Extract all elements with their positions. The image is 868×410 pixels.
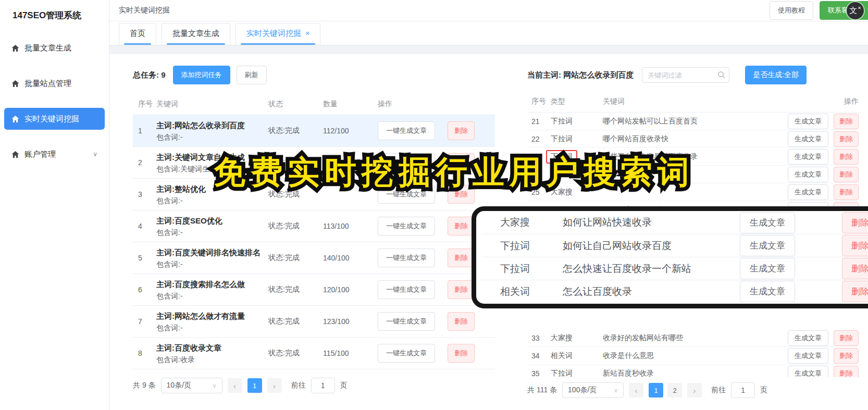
page-size-select[interactable]: 100条/页 ∨ (562, 382, 624, 398)
next-page-button[interactable]: › (687, 383, 702, 397)
keyword-type-chip: 下拉词 (546, 150, 577, 164)
add-task-button[interactable]: 添加挖词任务 (173, 66, 230, 84)
delete-button[interactable]: 删除 (834, 167, 859, 182)
task-row[interactable]: 4 主词:百度SEO优化 包含词:- 状态:完成 113/100 一键生成文章 … (133, 210, 495, 242)
generate-article-button[interactable]: 一键生成文章 (378, 344, 435, 363)
keyword-row[interactable]: 34 相关词 收录是什么意思 生成文章 删除 (527, 347, 861, 365)
keyword-type-chip: 下拉词 (551, 116, 573, 127)
task-row[interactable]: 3 主词:整站优化 包含词:- 状态:完成 一键生成文章 删除 (133, 179, 495, 210)
task-no: 2 (133, 158, 156, 167)
sidebar-item[interactable]: 实时关键词挖掘 ∨ (4, 108, 105, 130)
keyword-table-bottom: 33 大家搜 收录好的发帖网站有哪些 生成文章 删除 34 相关词 (527, 329, 861, 377)
task-row[interactable]: 5 主词:百度关键词排名快速排名 包含词:- 状态:完成 140/100 一键生… (133, 242, 495, 274)
keyword-row[interactable]: 24 下拉词 如何… 生成文章 删除 (527, 166, 861, 183)
delete-button[interactable]: 删除 (834, 131, 859, 147)
keyword-row[interactable]: 33 大家搜 收录好的发帖网站有哪些 生成文章 删除 (527, 329, 861, 347)
generate-all-button[interactable]: 是否生成:全部 (745, 66, 807, 84)
goto-page-input[interactable] (311, 378, 335, 393)
sidebar-item[interactable]: 批量站点管理 ∨ (4, 72, 105, 94)
sidebar-item[interactable]: 账户管理 ∨ (4, 143, 105, 165)
next-page-button[interactable]: › (267, 378, 282, 393)
delete-button[interactable]: 删除 (834, 149, 859, 165)
task-row[interactable]: 1 主词:网站怎么收录到百度 包含词:- 状态:完成 112/100 一键生成文… (133, 115, 495, 147)
generate-article-button[interactable]: 一键生成文章 (378, 185, 435, 204)
delete-button[interactable]: 删除 (448, 153, 475, 172)
generate-article-button[interactable]: 生成文章 (788, 167, 828, 182)
tab[interactable]: 实时关键词挖掘× (235, 23, 320, 45)
keyword-row[interactable]: 23 下拉词 哪些平台发文容易被百度收录 生成文章 删除 (527, 148, 861, 166)
translate-extension-icon[interactable]: 文✕ (847, 2, 864, 19)
keyword-filter-input[interactable] (642, 67, 729, 83)
keyword-panel-header: 当前主词: 网站怎么收录到百度 是否生成:全部 (527, 66, 861, 84)
delete-button[interactable]: 删除 (448, 280, 475, 299)
task-row[interactable]: 6 主词:百度搜索排名怎么做 包含词:- 状态:完成 120/100 一键生成文… (133, 274, 495, 306)
task-actions: 一键生成文章 删除 (378, 185, 475, 204)
generate-article-button[interactable]: 生成文章 (740, 212, 795, 233)
sidebar-item[interactable]: 批量文章生成 ∨ (4, 37, 105, 59)
tab[interactable]: 首页 (119, 23, 156, 45)
generate-article-button[interactable]: 生成文章 (740, 281, 795, 302)
delete-button[interactable]: 删除 (448, 121, 475, 140)
keyword-type: 大家搜 (551, 187, 603, 198)
task-keyword-cell: 主词:关键词文章自动生成 包含词:关键词生成 (156, 151, 268, 174)
delete-button[interactable]: 删除 (842, 258, 868, 279)
goto-page-input[interactable] (731, 382, 755, 398)
page-number-button[interactable]: 1 (649, 383, 663, 397)
task-row[interactable]: 7 主词:网站怎么做才有流量 包含词:- 状态:完成 123/100 一键生成文… (133, 306, 495, 338)
generate-article-button[interactable]: 生成文章 (788, 131, 828, 147)
delete-button[interactable]: 删除 (834, 184, 859, 200)
page-number-button[interactable]: 1 (247, 378, 262, 393)
generate-article-button[interactable]: 一键生成文章 (378, 249, 435, 267)
keyword-row[interactable]: 21 下拉词 哪个网站发帖可以上百度首页 生成文章 删除 (527, 113, 861, 130)
task-sub-word: 包含词:收录 (156, 355, 262, 365)
keyword-text: 如何让自己网站收录百度 (563, 239, 735, 253)
tab-close-icon[interactable]: × (305, 29, 309, 38)
generate-article-button[interactable]: 一键生成文章 (378, 217, 435, 235)
delete-button[interactable]: 删除 (842, 281, 868, 302)
prev-page-button[interactable]: ‹ (629, 383, 643, 397)
generate-article-button[interactable]: 生成文章 (788, 184, 828, 200)
generate-article-button[interactable]: 一键生成文章 (378, 121, 435, 140)
page-size-select[interactable]: 10条/页 ∨ (161, 378, 222, 393)
generate-article-button[interactable]: 一键生成文章 (378, 153, 435, 172)
sidebar-item-label: 实时关键词挖掘 (24, 114, 79, 124)
refresh-button[interactable]: 刷新 (237, 66, 267, 84)
delete-button[interactable]: 删除 (842, 212, 868, 233)
keyword-row[interactable]: 22 下拉词 哪个网站百度收录快 生成文章 删除 (527, 130, 861, 148)
generate-article-button[interactable]: 生成文章 (788, 114, 828, 129)
task-status: 状态:完成 (268, 221, 323, 231)
delete-button[interactable]: 删除 (834, 348, 859, 364)
delete-button[interactable]: 删除 (448, 249, 475, 267)
generate-article-button[interactable]: 生成文章 (788, 348, 828, 364)
generate-article-button[interactable]: 生成文章 (740, 235, 795, 256)
generate-article-button[interactable]: 生成文章 (740, 258, 795, 279)
page-buttons: 1 (247, 378, 262, 393)
task-row[interactable]: 8 主词:百度收录文章 包含词:收录 状态:完成 115/100 一键生成文章 … (133, 338, 495, 369)
prev-page-button[interactable]: ‹ (228, 378, 242, 393)
help-button[interactable]: 使用教程 (770, 1, 813, 20)
task-keyword-cell: 主词:百度搜索排名怎么做 包含词:- (156, 278, 268, 301)
keyword-type-chip: 下拉词 (551, 368, 573, 378)
delete-button[interactable]: 删除 (834, 330, 859, 346)
task-row[interactable]: 2 主词:关键词文章自动生成 包含词:关键词生成 状态:完成 100/100 一… (133, 147, 495, 179)
page-number-button[interactable]: 2 (667, 383, 682, 397)
delete-button[interactable]: 删除 (448, 185, 475, 204)
delete-button[interactable]: 删除 (448, 217, 475, 235)
delete-button[interactable]: 删除 (448, 312, 475, 331)
generate-article-button[interactable]: 一键生成文章 (378, 312, 435, 331)
generate-article-button[interactable]: 生成文章 (788, 366, 828, 378)
delete-button[interactable]: 删除 (448, 344, 475, 363)
task-no: 7 (133, 317, 156, 326)
tab[interactable]: 批量文章生成 (162, 23, 230, 45)
generate-article-button[interactable]: 一键生成文章 (378, 280, 435, 299)
delete-button[interactable]: 删除 (842, 235, 868, 256)
delete-button[interactable]: 删除 (834, 114, 859, 129)
delete-button[interactable]: 删除 (834, 366, 859, 378)
generate-article-button[interactable]: 生成文章 (788, 149, 828, 165)
task-count: 140/100 (323, 254, 378, 262)
tab-label: 实时关键词挖掘 (246, 29, 301, 38)
mini-close-icon: ✕ (858, 6, 861, 10)
keyword-row[interactable]: 35 下拉词 新站百度秒收录 生成文章 删除 (527, 365, 861, 377)
keyword-row[interactable]: 25 大家搜 生成文章 删除 (527, 183, 861, 201)
generate-article-button[interactable]: 生成文章 (788, 330, 828, 346)
